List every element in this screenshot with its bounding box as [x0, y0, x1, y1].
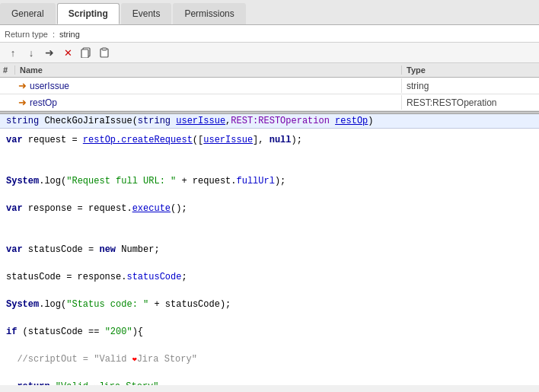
row-arrow-icon: ➜	[18, 97, 27, 108]
paste-button[interactable]	[96, 45, 113, 60]
tab-events[interactable]: Events	[121, 3, 172, 24]
delete-button[interactable]: ✕	[59, 45, 76, 60]
tab-scripting[interactable]: Scripting	[57, 3, 120, 24]
table-row[interactable]: ➜ userIssue string	[0, 78, 539, 94]
return-type-colon: :	[53, 30, 55, 39]
col-header-num: #	[0, 65, 15, 75]
svg-rect-3	[102, 48, 107, 50]
row-type-userissue: string	[402, 79, 539, 93]
row-name-restop: ➜ restOp	[15, 95, 402, 110]
code-editor[interactable]: var request = restOp.createRequest([user…	[0, 129, 539, 385]
signature-line: string CheckGoJiraIssue(string userIssue…	[0, 114, 539, 129]
col-header-type: Type	[402, 65, 539, 75]
tab-permissions[interactable]: Permissions	[173, 3, 245, 24]
tab-bar: General Scripting Events Permissions	[0, 0, 539, 25]
row-type-restop: REST:RESTOperation	[402, 96, 539, 110]
table-header: # Name Type	[0, 63, 539, 78]
return-type-row: Return type : string	[0, 25, 539, 43]
row-arrow-icon: ➜	[18, 80, 27, 91]
move-button[interactable]: ➜	[41, 45, 58, 60]
row-name-userissue: ➜ userIssue	[15, 78, 402, 93]
toolbar: ↑ ↓ ➜ ✕	[0, 43, 539, 63]
return-type-value: string	[59, 30, 80, 39]
move-up-button[interactable]: ↑	[5, 45, 21, 60]
table-row[interactable]: ➜ restOp REST:RESTOperation	[0, 94, 539, 111]
tab-general[interactable]: General	[0, 3, 56, 24]
move-down-button[interactable]: ↓	[23, 45, 40, 60]
copy-button[interactable]	[78, 45, 94, 60]
col-header-name: Name	[15, 65, 402, 75]
svg-rect-1	[81, 49, 88, 58]
return-type-label: Return type	[5, 30, 48, 39]
